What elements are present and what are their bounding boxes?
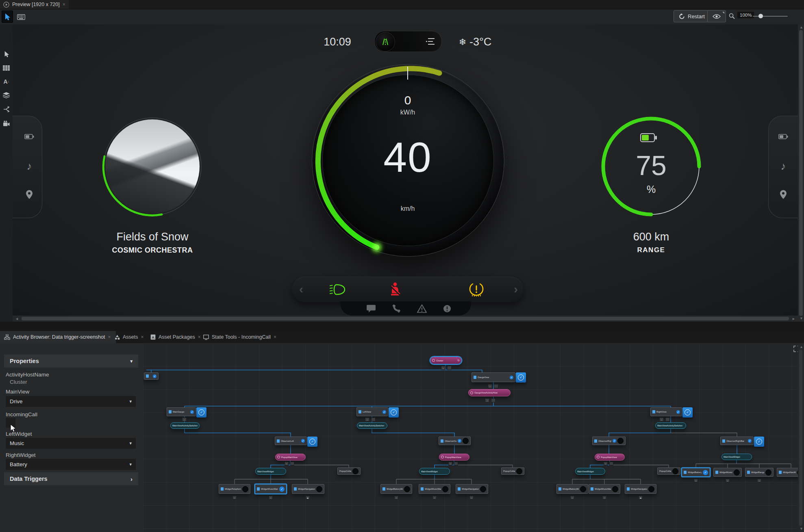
graph-node-widgetmusicmainview[interactable]: WidgetMusicMainView✓	[255, 484, 287, 494]
cluster-preview-viewport[interactable]: 10:09 ❄ -3°C	[13, 24, 798, 316]
warning-triangle-icon[interactable]	[417, 304, 427, 313]
graph-node--[interactable]: -	[233, 496, 237, 500]
graph-node-rightview[interactable]: RightView✓✓	[650, 407, 682, 416]
grid-tool-button[interactable]	[2, 64, 10, 72]
data-triggers-header[interactable]: Data Triggers ›	[4, 472, 138, 485]
graph-node-widgetbatterymainview[interactable]: WidgetBatteryMainView	[380, 484, 412, 494]
tab-activity-browser[interactable]: Activity Browser: Data trigger-screensho…	[0, 331, 116, 343]
keyboard-tool-button[interactable]	[15, 11, 27, 23]
graph-node--[interactable]: -	[570, 496, 574, 500]
graph-node--[interactable]: -	[604, 462, 608, 465]
zoom-slider[interactable]	[753, 16, 788, 17]
graph-node-popupcollaborator[interactable]: PopupCollaborator	[657, 467, 680, 475]
graph-node-widgetmusicmainview[interactable]: WidgetMusicMainView	[713, 468, 742, 477]
graph-node--[interactable]: -	[432, 496, 437, 500]
graph-node-popupmainview[interactable]: PopupMainView	[595, 454, 625, 461]
camera-tool-button[interactable]	[2, 119, 10, 127]
graph-node-connector[interactable]	[447, 366, 452, 370]
attached-check-badge[interactable]: ✓	[682, 407, 693, 417]
horizontal-scroll-thumb[interactable]	[22, 317, 789, 320]
graph-node-popupmainview[interactable]: PopupMainView	[275, 454, 306, 461]
graph-node-connector[interactable]	[665, 417, 670, 422]
graph-node-gaugeviewactivityhost[interactable]: GaugeViewActivityHost	[468, 389, 511, 396]
select-tool-button[interactable]	[2, 50, 10, 58]
interact-tool-button[interactable]	[2, 11, 13, 23]
tab-preview[interactable]: Preview [1920 x 720] ×	[0, 0, 69, 9]
graph-node--[interactable]: -	[269, 496, 273, 500]
graph-node-widgetbatterymainview[interactable]: WidgetBatteryMainView✓	[682, 468, 710, 477]
graph-node-connector[interactable]	[494, 384, 498, 388]
graph-node--[interactable]: -	[726, 479, 730, 482]
graph-node--[interactable]: -	[448, 462, 452, 465]
graph-node-widgetmusicmainview[interactable]: WidgetMusicMainView	[589, 484, 620, 494]
graph-node--[interactable]: -	[659, 417, 664, 422]
graph-node-mainviewwidget[interactable]: MainViewWidget	[575, 468, 605, 475]
graph-node--[interactable]: -	[285, 462, 289, 465]
right-widget-dropdown[interactable]: Battery ▾	[6, 459, 136, 470]
graph-node-widgetmusicmainview[interactable]: WidgetMusicMainView	[419, 484, 450, 494]
graph-node--[interactable]: -	[485, 398, 489, 402]
graph-node-widgetnavigationmainview[interactable]: WidgetNavigationMainView	[292, 484, 324, 494]
tab-assets[interactable]: Assets ×	[111, 331, 148, 343]
graph-node-widgettelephonymainview[interactable]: WidgetTelephonyMainView	[219, 484, 250, 494]
attached-check-badge[interactable]: ✓	[516, 372, 526, 383]
left-widget-dropdown[interactable]: Music ▾	[6, 438, 136, 449]
graph-node-maingauge[interactable]: MainGauge✓✓	[167, 407, 196, 416]
graph-node-observercenter[interactable]: ObserverCenter✓	[439, 437, 471, 445]
graph-node-observerleft[interactable]: ObserverLeft✓✓	[275, 437, 307, 445]
graph-node-gaugeview[interactable]: GaugeView✓✓	[472, 372, 515, 382]
visibility-button[interactable]	[707, 10, 726, 22]
graph-node--[interactable]: -	[394, 496, 398, 500]
scroll-down-icon[interactable]: ▼	[800, 527, 803, 531]
graph-node-mainviewactivityswitcher[interactable]: MainViewActivitySwitcher	[655, 422, 686, 429]
graph-node-leftview[interactable]: LeftView✓✓	[356, 407, 388, 416]
graph-node-connector[interactable]	[371, 417, 376, 422]
graph-node-widgetnavigationmainview[interactable]: WidgetNavigationMainView	[625, 484, 656, 494]
restart-button[interactable]: Restart	[674, 10, 710, 22]
graph-node-widgetnavigationmainview[interactable]: WidgetNavigationMainView	[456, 484, 488, 494]
graph-node-widgetrangemainview[interactable]: WidgetRangeMainView	[745, 468, 774, 477]
graph-node-connector[interactable]	[454, 462, 458, 465]
vertical-scroll-thumb[interactable]	[799, 30, 803, 316]
text-tool-button[interactable]: A↓	[2, 78, 10, 85]
graph-node--[interactable]: -	[365, 417, 369, 422]
graph-node-connector[interactable]	[491, 398, 495, 402]
attached-check-badge[interactable]: ✓	[754, 437, 764, 447]
graph-node-mainviewwidget[interactable]: MainViewWidget	[419, 468, 450, 475]
attached-check-badge[interactable]: ✓	[389, 407, 399, 417]
vertical-scrollbar[interactable]: ▲ ▼	[798, 24, 804, 322]
graph-vertical-scrollbar[interactable]: ▲ ▼	[798, 344, 804, 532]
phone-icon[interactable]	[392, 305, 400, 313]
tab-asset-packages[interactable]: A Asset Packages ×	[146, 331, 205, 343]
graph-node-cluster[interactable]: Cluster↻	[430, 357, 462, 364]
mainview-dropdown[interactable]: Drive ▾	[6, 396, 136, 407]
graph-node--[interactable]: -	[694, 479, 698, 482]
graph-node-connector[interactable]: ✓	[144, 372, 159, 380]
close-icon[interactable]: ×	[63, 2, 65, 7]
attached-check-badge[interactable]: ✓	[307, 437, 317, 447]
graph-node-▴[interactable]: ▴	[306, 496, 310, 500]
scroll-up-icon[interactable]: ▲	[800, 345, 803, 349]
graph-node--[interactable]: -	[441, 366, 445, 370]
drive-mode-toggle[interactable]	[374, 31, 442, 52]
graph-scroll-thumb[interactable]	[799, 350, 802, 526]
graph-node-mainviewactivityswitcher[interactable]: MainViewActivitySwitcher	[170, 422, 200, 429]
attached-check-badge[interactable]: ✓	[196, 407, 206, 417]
graph-node-observerright[interactable]: ObserverRight✓	[592, 437, 626, 445]
chevron-left-icon[interactable]: ‹	[299, 282, 303, 296]
graph-node-widgetbatterymainview[interactable]: WidgetBatteryMainView	[556, 484, 588, 494]
alert-circle-icon[interactable]	[443, 305, 451, 313]
close-icon[interactable]: ×	[274, 335, 276, 340]
graph-node-popupcollaborator[interactable]: PopupCollaborator	[337, 467, 361, 475]
zoom-slider-thumb[interactable]	[758, 14, 763, 18]
close-icon[interactable]: ×	[141, 335, 144, 340]
message-icon[interactable]	[367, 305, 376, 312]
layers-tool-button[interactable]	[2, 91, 10, 99]
chevron-right-icon[interactable]: ›	[514, 282, 518, 296]
graph-node--[interactable]: -	[757, 479, 761, 482]
horizontal-scrollbar[interactable]: ◄ ►	[13, 316, 798, 322]
graph-node--[interactable]: -	[182, 417, 187, 422]
graph-node--[interactable]: -	[602, 496, 606, 500]
graph-node-connector[interactable]	[290, 462, 294, 465]
graph-node-popupcollaborator[interactable]: PopupCollaborator	[501, 467, 524, 475]
